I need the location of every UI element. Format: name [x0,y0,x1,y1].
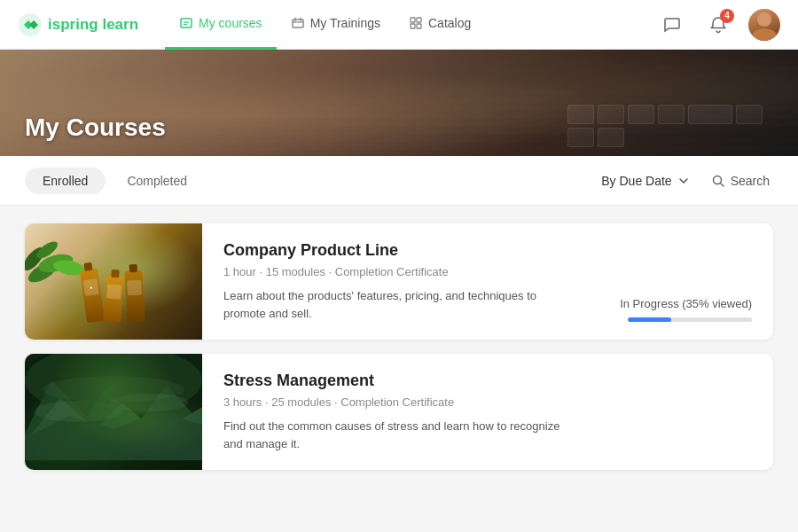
course-title-1: Company Product Line [223,241,575,260]
svg-rect-18 [25,354,202,460]
svg-line-12 [720,183,724,186]
course-title-2: Stress Management [223,372,575,390]
svg-point-23 [34,401,122,422]
svg-rect-7 [411,18,415,22]
hero-banner: My Courses [0,50,798,156]
progress-fill-1 [628,317,671,322]
svg-rect-8 [417,18,421,22]
nav-link-my-courses[interactable]: My courses [165,0,277,50]
courses-icon [179,16,193,30]
svg-point-24 [109,394,189,411]
logo-text: ispring learn [48,16,138,34]
course-desc-2: Find out the common causes of stress and… [223,418,575,452]
svg-point-25 [43,376,184,403]
navbar: ispring learn My courses My Trainings [0,0,798,50]
course-info-2: Stress Management 3 hours · 25 modules ·… [202,354,596,470]
nav-link-catalog[interactable]: Catalog [395,0,485,50]
trainings-icon [291,16,305,30]
avatar[interactable] [748,9,780,41]
svg-rect-6 [293,20,303,27]
svg-point-2 [32,23,35,27]
course-desc-1: Learn about the products' features, pric… [223,287,575,322]
logo-icon [18,12,43,37]
chat-icon [662,15,682,35]
tab-enrolled[interactable]: Enrolled [25,168,106,194]
course-card-company-product-line[interactable]: ● Company Product Line 1 hour · 15 modul… [25,223,773,340]
hero-decoration [319,50,798,156]
search-icon [711,174,725,188]
progress-bar-1 [628,317,752,322]
notification-badge: 4 [720,9,734,23]
sort-button[interactable]: By Due Date [598,168,692,193]
tab-completed[interactable]: Completed [109,168,205,194]
mountain-illustration [25,354,202,460]
svg-marker-21 [25,398,202,460]
course-thumbnail-1: ● [25,223,202,340]
chat-button[interactable] [656,9,688,41]
svg-rect-10 [417,24,421,28]
page-title: My Courses [25,113,166,142]
course-card-stress-management[interactable]: Stress Management 3 hours · 25 modules ·… [25,354,773,470]
svg-marker-20 [25,380,202,460]
notifications-button[interactable]: 4 [702,9,734,41]
svg-rect-3 [181,19,192,27]
course-meta-2: 3 hours · 25 modules · Completion Certif… [223,395,575,409]
filter-bar: Enrolled Completed By Due Date Search [0,156,798,206]
svg-marker-22 [25,411,202,460]
svg-rect-9 [411,24,415,28]
course-status-1: In Progress (35% viewed) [596,223,773,340]
chevron-down-icon [677,175,690,187]
search-button[interactable]: Search [708,168,773,193]
nav-icons: 4 [656,9,780,41]
courses-list: ● Company Product Line 1 hour · 15 modul… [0,206,798,532]
course-status-2 [596,354,773,470]
logo[interactable]: ispring learn [18,12,138,37]
bottles-decoration: ● [25,269,202,331]
status-text-1: In Progress (35% viewed) [620,297,752,310]
nav-link-my-trainings[interactable]: My Trainings [277,0,395,50]
catalog-icon [409,16,423,30]
svg-point-1 [25,23,28,27]
course-meta-1: 1 hour · 15 modules · Completion Certifi… [223,265,575,278]
tab-group: Enrolled Completed [25,168,205,194]
filter-right: By Due Date Search [598,168,773,193]
course-info-1: Company Product Line 1 hour · 15 modules… [202,223,596,340]
svg-point-19 [25,354,202,416]
avatar-image [748,9,780,41]
nav-links: My courses My Trainings Catalog [165,0,630,50]
course-thumbnail-2 [25,354,202,470]
